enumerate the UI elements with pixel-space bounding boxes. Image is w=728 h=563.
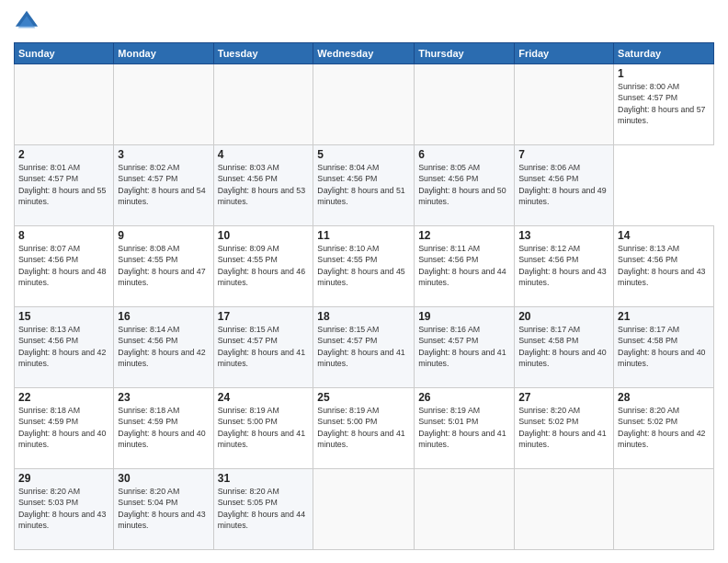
calendar-day-cell: 27Sunrise: 8:20 AMSunset: 5:02 PMDayligh…	[515, 388, 614, 469]
empty-cell	[614, 469, 714, 550]
calendar-day-cell: 16Sunrise: 8:14 AMSunset: 4:56 PMDayligh…	[114, 307, 213, 388]
day-number: 10	[218, 229, 310, 242]
day-number: 28	[618, 391, 710, 404]
day-info: Sunrise: 8:07 AMSunset: 4:56 PMDaylight:…	[18, 243, 109, 288]
day-info: Sunrise: 8:20 AMSunset: 5:05 PMDaylight:…	[218, 486, 310, 531]
calendar-day-cell: 24Sunrise: 8:19 AMSunset: 5:00 PMDayligh…	[213, 388, 313, 469]
page: SundayMondayTuesdayWednesdayThursdayFrid…	[0, 0, 728, 563]
calendar-day-cell: 20Sunrise: 8:17 AMSunset: 4:58 PMDayligh…	[515, 307, 614, 388]
day-number: 31	[218, 472, 310, 485]
empty-cell	[515, 469, 614, 550]
empty-cell	[415, 469, 515, 550]
calendar-day-cell: 3Sunrise: 8:02 AMSunset: 4:57 PMDaylight…	[114, 145, 213, 226]
calendar-day-cell: 25Sunrise: 8:19 AMSunset: 5:00 PMDayligh…	[313, 388, 415, 469]
day-number: 17	[218, 310, 310, 323]
calendar-day-cell: 4Sunrise: 8:03 AMSunset: 4:56 PMDaylight…	[213, 145, 313, 226]
calendar-day-cell: 19Sunrise: 8:16 AMSunset: 4:57 PMDayligh…	[415, 307, 515, 388]
day-info: Sunrise: 8:01 AMSunset: 4:57 PMDaylight:…	[18, 162, 109, 207]
day-info: Sunrise: 8:15 AMSunset: 4:57 PMDaylight:…	[317, 324, 410, 369]
empty-cell	[15, 64, 114, 145]
day-number: 30	[118, 472, 209, 485]
calendar-day-cell: 22Sunrise: 8:18 AMSunset: 4:59 PMDayligh…	[15, 388, 114, 469]
day-info: Sunrise: 8:03 AMSunset: 4:56 PMDaylight:…	[218, 162, 310, 207]
empty-cell	[515, 64, 614, 145]
calendar-day-cell: 9Sunrise: 8:08 AMSunset: 4:55 PMDaylight…	[114, 226, 213, 307]
calendar-table: SundayMondayTuesdayWednesdayThursdayFrid…	[14, 42, 714, 550]
day-number: 13	[518, 229, 609, 242]
calendar-day-cell: 15Sunrise: 8:13 AMSunset: 4:56 PMDayligh…	[15, 307, 114, 388]
day-info: Sunrise: 8:00 AMSunset: 4:57 PMDaylight:…	[618, 81, 710, 126]
day-number: 16	[118, 310, 209, 323]
day-info: Sunrise: 8:06 AMSunset: 4:56 PMDaylight:…	[518, 162, 609, 207]
calendar-day-cell: 21Sunrise: 8:17 AMSunset: 4:58 PMDayligh…	[614, 307, 714, 388]
calendar-week-row: 8Sunrise: 8:07 AMSunset: 4:56 PMDaylight…	[15, 226, 714, 307]
calendar-day-cell: 8Sunrise: 8:07 AMSunset: 4:56 PMDaylight…	[15, 226, 114, 307]
calendar-day-cell: 23Sunrise: 8:18 AMSunset: 4:59 PMDayligh…	[114, 388, 213, 469]
calendar-week-row: 1Sunrise: 8:00 AMSunset: 4:57 PMDaylight…	[15, 64, 714, 145]
day-number: 15	[18, 310, 109, 323]
day-info: Sunrise: 8:20 AMSunset: 5:04 PMDaylight:…	[118, 486, 209, 531]
day-number: 19	[418, 310, 510, 323]
calendar-day-cell: 10Sunrise: 8:09 AMSunset: 4:55 PMDayligh…	[213, 226, 313, 307]
day-number: 18	[317, 310, 410, 323]
calendar-day-cell: 5Sunrise: 8:04 AMSunset: 4:56 PMDaylight…	[313, 145, 415, 226]
day-number: 26	[418, 391, 510, 404]
empty-cell	[313, 64, 415, 145]
empty-cell	[213, 64, 313, 145]
day-info: Sunrise: 8:04 AMSunset: 4:56 PMDaylight:…	[317, 162, 410, 207]
day-info: Sunrise: 8:19 AMSunset: 5:00 PMDaylight:…	[218, 405, 310, 450]
day-info: Sunrise: 8:13 AMSunset: 4:56 PMDaylight:…	[18, 324, 109, 369]
calendar-day-cell: 28Sunrise: 8:20 AMSunset: 5:02 PMDayligh…	[614, 388, 714, 469]
calendar-day-cell: 31Sunrise: 8:20 AMSunset: 5:05 PMDayligh…	[213, 469, 313, 550]
day-number: 9	[118, 229, 209, 242]
day-number: 11	[317, 229, 410, 242]
day-info: Sunrise: 8:20 AMSunset: 5:02 PMDaylight:…	[518, 405, 609, 450]
calendar-day-cell: 13Sunrise: 8:12 AMSunset: 4:56 PMDayligh…	[515, 226, 614, 307]
calendar-week-row: 29Sunrise: 8:20 AMSunset: 5:03 PMDayligh…	[15, 469, 714, 550]
day-info: Sunrise: 8:11 AMSunset: 4:56 PMDaylight:…	[418, 243, 510, 288]
calendar-header-sunday: Sunday	[15, 43, 114, 64]
day-number: 5	[317, 148, 410, 161]
day-number: 20	[518, 310, 609, 323]
calendar-week-row: 22Sunrise: 8:18 AMSunset: 4:59 PMDayligh…	[15, 388, 714, 469]
day-info: Sunrise: 8:02 AMSunset: 4:57 PMDaylight:…	[118, 162, 209, 207]
day-info: Sunrise: 8:20 AMSunset: 5:02 PMDaylight:…	[618, 405, 710, 450]
calendar-header-monday: Monday	[114, 43, 213, 64]
calendar-header-saturday: Saturday	[614, 43, 714, 64]
day-info: Sunrise: 8:15 AMSunset: 4:57 PMDaylight:…	[218, 324, 310, 369]
day-number: 23	[118, 391, 209, 404]
calendar-day-cell: 14Sunrise: 8:13 AMSunset: 4:56 PMDayligh…	[614, 226, 714, 307]
day-info: Sunrise: 8:16 AMSunset: 4:57 PMDaylight:…	[418, 324, 510, 369]
calendar-day-cell: 17Sunrise: 8:15 AMSunset: 4:57 PMDayligh…	[213, 307, 313, 388]
day-info: Sunrise: 8:18 AMSunset: 4:59 PMDaylight:…	[118, 405, 209, 450]
day-info: Sunrise: 8:17 AMSunset: 4:58 PMDaylight:…	[618, 324, 710, 369]
calendar-header-thursday: Thursday	[415, 43, 515, 64]
calendar-week-row: 2Sunrise: 8:01 AMSunset: 4:57 PMDaylight…	[15, 145, 714, 226]
day-info: Sunrise: 8:17 AMSunset: 4:58 PMDaylight:…	[518, 324, 609, 369]
calendar-day-cell: 30Sunrise: 8:20 AMSunset: 5:04 PMDayligh…	[114, 469, 213, 550]
day-number: 12	[418, 229, 510, 242]
day-number: 14	[618, 229, 710, 242]
day-number: 2	[18, 148, 109, 161]
calendar-day-cell: 11Sunrise: 8:10 AMSunset: 4:55 PMDayligh…	[313, 226, 415, 307]
day-info: Sunrise: 8:08 AMSunset: 4:55 PMDaylight:…	[118, 243, 209, 288]
day-number: 7	[518, 148, 609, 161]
header	[14, 9, 714, 35]
day-number: 25	[317, 391, 410, 404]
calendar-day-cell: 26Sunrise: 8:19 AMSunset: 5:01 PMDayligh…	[415, 388, 515, 469]
empty-cell	[114, 64, 213, 145]
day-number: 29	[18, 472, 109, 485]
day-number: 21	[618, 310, 710, 323]
day-info: Sunrise: 8:19 AMSunset: 5:00 PMDaylight:…	[317, 405, 410, 450]
logo	[14, 9, 43, 35]
day-info: Sunrise: 8:09 AMSunset: 4:55 PMDaylight:…	[218, 243, 310, 288]
calendar-day-cell: 12Sunrise: 8:11 AMSunset: 4:56 PMDayligh…	[415, 226, 515, 307]
empty-cell	[313, 469, 415, 550]
day-info: Sunrise: 8:13 AMSunset: 4:56 PMDaylight:…	[618, 243, 710, 288]
day-number: 6	[418, 148, 510, 161]
calendar-week-row: 15Sunrise: 8:13 AMSunset: 4:56 PMDayligh…	[15, 307, 714, 388]
day-number: 27	[518, 391, 609, 404]
day-number: 3	[118, 148, 209, 161]
logo-icon	[14, 9, 40, 35]
day-info: Sunrise: 8:19 AMSunset: 5:01 PMDaylight:…	[418, 405, 510, 450]
